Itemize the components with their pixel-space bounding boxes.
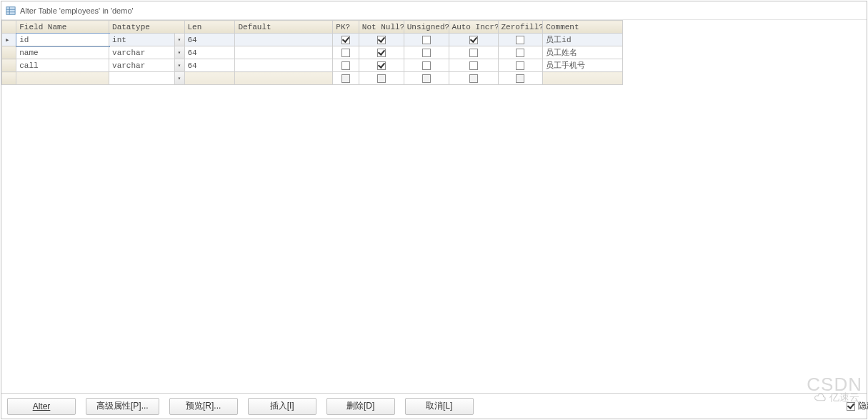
len-cell[interactable]: 64	[184, 34, 235, 46]
header-auto-incr[interactable]: Auto Incr?	[449, 21, 498, 34]
datatype-dropdown-icon[interactable]: ▾	[174, 46, 184, 59]
fields-grid-container: Field Name Datatype Len Default PK? Not …	[1, 20, 867, 393]
zerofill-checkbox-box[interactable]	[516, 49, 524, 57]
datatype-cell[interactable]: varchar▾	[109, 46, 184, 59]
field-name-cell[interactable]: id	[16, 34, 109, 46]
hide-checkbox-box[interactable]	[847, 402, 855, 411]
datatype-dropdown-icon[interactable]: ▾	[174, 72, 184, 84]
len-cell[interactable]: 64	[184, 59, 235, 72]
unsigned-checkbox-box[interactable]	[422, 74, 431, 83]
header-len[interactable]: Len	[184, 21, 235, 34]
pk-checkbox-box[interactable]	[341, 36, 350, 44]
zerofill-checkbox-box[interactable]	[516, 36, 524, 44]
pk-checkbox[interactable]	[333, 59, 359, 72]
not-null-checkbox[interactable]	[359, 59, 404, 72]
zerofill-checkbox[interactable]	[498, 72, 543, 85]
unsigned-checkbox[interactable]	[404, 34, 449, 46]
unsigned-checkbox[interactable]	[404, 59, 449, 72]
row-selector[interactable]	[2, 59, 16, 72]
not-null-checkbox-box[interactable]	[377, 74, 386, 83]
auto-incr-checkbox[interactable]	[449, 46, 498, 59]
datatype-cell[interactable]: ▾	[109, 72, 184, 85]
default-cell[interactable]	[235, 72, 333, 85]
zerofill-checkbox[interactable]	[498, 34, 543, 46]
table-row[interactable]: namevarchar▾64员工姓名	[2, 46, 623, 59]
insert-button[interactable]: 插入[I]	[248, 398, 316, 415]
zerofill-checkbox[interactable]	[498, 46, 543, 59]
field-name-cell[interactable]: name	[16, 46, 109, 59]
alter-table-window: Alter Table 'employees' in 'demo' Field …	[1, 1, 867, 419]
comment-cell[interactable]: 员工手机号	[543, 59, 623, 72]
table-icon	[6, 6, 16, 16]
table-row[interactable]: callvarchar▾64员工手机号	[2, 59, 623, 72]
comment-cell[interactable]: 员工id	[543, 34, 623, 46]
header-pk[interactable]: PK?	[333, 21, 359, 34]
field-name-cell[interactable]: call	[16, 59, 109, 72]
header-not-null[interactable]: Not Null?	[359, 21, 404, 34]
header-field-name[interactable]: Field Name	[16, 21, 109, 34]
unsigned-checkbox[interactable]	[404, 72, 449, 85]
datatype-value: varchar	[112, 49, 145, 57]
datatype-value: int	[112, 36, 126, 44]
row-selector[interactable]	[2, 72, 16, 85]
zerofill-checkbox[interactable]	[498, 59, 543, 72]
window-title: Alter Table 'employees' in 'demo'	[20, 6, 134, 15]
unsigned-checkbox-box[interactable]	[422, 36, 431, 44]
default-cell[interactable]	[235, 34, 333, 46]
auto-incr-checkbox-box[interactable]	[469, 36, 478, 44]
auto-incr-checkbox[interactable]	[449, 72, 498, 85]
default-cell[interactable]	[235, 59, 333, 72]
alter-button[interactable]: Alter	[7, 398, 76, 415]
not-null-checkbox-box[interactable]	[377, 49, 386, 57]
header-datatype[interactable]: Datatype	[109, 21, 184, 34]
zerofill-checkbox-box[interactable]	[516, 74, 524, 83]
field-name-cell[interactable]	[16, 72, 109, 85]
not-null-checkbox[interactable]	[359, 34, 404, 46]
table-row[interactable]: ▾	[2, 72, 623, 85]
not-null-checkbox[interactable]	[359, 46, 404, 59]
len-cell[interactable]: 64	[184, 46, 235, 59]
datatype-cell[interactable]: int▾	[109, 34, 184, 46]
advanced-props-button[interactable]: 高级属性[P]...	[86, 398, 159, 415]
auto-incr-checkbox[interactable]	[449, 59, 498, 72]
row-selector[interactable]	[2, 46, 16, 59]
not-null-checkbox-box[interactable]	[377, 61, 386, 70]
datatype-dropdown-icon[interactable]: ▾	[174, 34, 184, 46]
preview-button[interactable]: 预览[R]...	[169, 398, 238, 415]
unsigned-checkbox-box[interactable]	[422, 61, 431, 70]
cancel-button[interactable]: 取消[L]	[405, 398, 474, 415]
auto-incr-checkbox[interactable]	[449, 34, 498, 46]
zerofill-checkbox-box[interactable]	[516, 61, 524, 70]
row-selector[interactable]: ▸	[2, 34, 16, 46]
fields-grid[interactable]: Field Name Datatype Len Default PK? Not …	[1, 20, 623, 85]
comment-cell[interactable]	[543, 72, 623, 85]
pk-checkbox[interactable]	[333, 34, 359, 46]
datatype-value: varchar	[112, 61, 145, 70]
pk-checkbox-box[interactable]	[341, 61, 350, 70]
len-cell[interactable]	[184, 72, 235, 85]
header-default[interactable]: Default	[235, 21, 333, 34]
pk-checkbox-box[interactable]	[341, 74, 350, 83]
datatype-cell[interactable]: varchar▾	[109, 59, 184, 72]
auto-incr-checkbox-box[interactable]	[469, 61, 478, 70]
not-null-checkbox[interactable]	[359, 72, 404, 85]
not-null-checkbox-box[interactable]	[377, 36, 386, 44]
datatype-dropdown-icon[interactable]: ▾	[174, 59, 184, 71]
header-unsigned[interactable]: Unsigned?	[404, 21, 449, 34]
pk-checkbox[interactable]	[333, 72, 359, 85]
button-bar: Alter 高级属性[P]... 预览[R]... 插入[I] 删除[D] 取消…	[1, 393, 867, 419]
header-zerofill[interactable]: Zerofill?	[498, 21, 543, 34]
grid-header-row: Field Name Datatype Len Default PK? Not …	[2, 21, 623, 34]
auto-incr-checkbox-box[interactable]	[469, 74, 478, 83]
pk-checkbox[interactable]	[333, 46, 359, 59]
hide-language-checkbox[interactable]: 隐藏	[847, 400, 868, 412]
header-comment[interactable]: Comment	[543, 21, 623, 34]
unsigned-checkbox-box[interactable]	[422, 49, 431, 57]
delete-button[interactable]: 删除[D]	[326, 398, 395, 415]
unsigned-checkbox[interactable]	[404, 46, 449, 59]
default-cell[interactable]	[235, 46, 333, 59]
table-row[interactable]: ▸idint▾64员工id	[2, 34, 623, 46]
auto-incr-checkbox-box[interactable]	[469, 49, 478, 57]
comment-cell[interactable]: 员工姓名	[543, 46, 623, 59]
pk-checkbox-box[interactable]	[341, 49, 350, 57]
